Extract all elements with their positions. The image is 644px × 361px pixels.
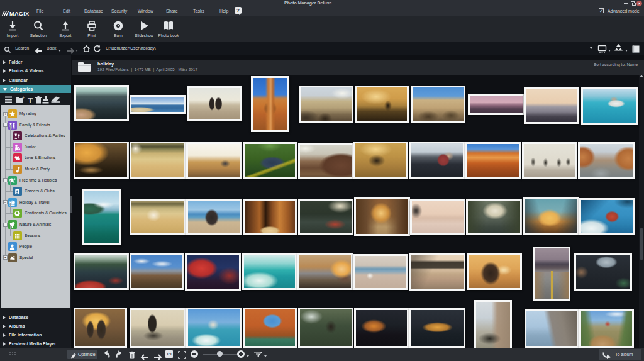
svg-text:T: T [28, 96, 33, 104]
svg-text:+: + [22, 96, 25, 100]
